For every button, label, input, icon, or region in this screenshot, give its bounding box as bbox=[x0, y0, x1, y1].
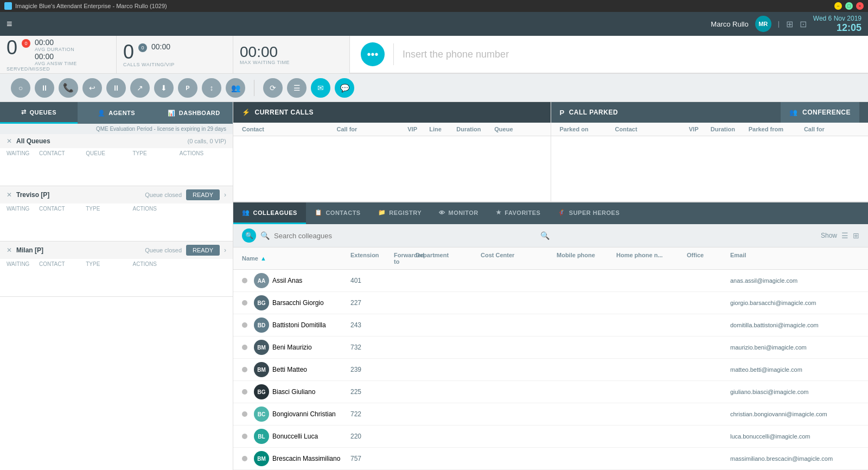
swap-button[interactable]: ↕ bbox=[202, 78, 221, 98]
search-active-button[interactable]: 🔍 bbox=[242, 228, 256, 243]
maximize-button[interactable]: □ bbox=[845, 2, 853, 10]
hamburger-menu[interactable]: ≡ bbox=[7, 18, 12, 30]
action-buttons-group1: ○ ⏸ 📞 ↩ ⏸ ↗ ⬇ P ↕ 👥 bbox=[11, 78, 245, 98]
queues-label: QUEUES bbox=[30, 109, 56, 116]
contacts-tab-label: CONTACTS bbox=[326, 209, 360, 216]
treviso-close[interactable]: ✕ bbox=[7, 191, 12, 199]
close-button[interactable]: × bbox=[856, 2, 864, 10]
pause-button[interactable]: ⏸ bbox=[35, 78, 54, 98]
col-header-office: Office bbox=[687, 252, 730, 265]
colleague-name: Bongiovanni Christian bbox=[272, 410, 336, 418]
colleague-ext: 220 bbox=[350, 433, 394, 440]
time-display: 12:05 bbox=[813, 22, 861, 34]
treviso-expand[interactable]: › bbox=[224, 191, 226, 199]
table-row[interactable]: BM Brescacin Massimiliano 757 massimilia… bbox=[233, 448, 868, 470]
table-row[interactable]: BC Bongiovanni Christian 722 christian.b… bbox=[233, 403, 868, 425]
colleagues-tab-icon: 👥 bbox=[242, 209, 250, 216]
top-nav: ≡ Marco Rullo MR | ⊞ ⊡ Wed 6 Nov 2019 12… bbox=[0, 12, 868, 36]
table-row[interactable]: BM Betti Matteo 239 matteo.betti@imagicl… bbox=[233, 359, 868, 381]
colleague-ext: 401 bbox=[350, 277, 394, 284]
list-view-button[interactable]: ☰ bbox=[841, 231, 848, 240]
conference-section-header[interactable]: 👥 CONFERENCE bbox=[781, 102, 859, 123]
record-button[interactable]: ○ bbox=[11, 78, 30, 98]
colleague-name: Biasci Giuliano bbox=[272, 388, 315, 396]
colleague-avatar: BM bbox=[254, 451, 269, 466]
milan-close[interactable]: ✕ bbox=[7, 246, 12, 254]
table-row[interactable]: BL Bonuccelli Luca 220 luca.bonuccelli@i… bbox=[233, 425, 868, 448]
colleague-ext: 225 bbox=[350, 388, 394, 396]
show-label: Show bbox=[821, 232, 837, 239]
status-dot bbox=[242, 389, 247, 395]
all-queues-close[interactable]: ✕ bbox=[7, 137, 12, 145]
stat-max-waiting: 00:00 MAX WAITING TIME bbox=[233, 36, 350, 73]
status-dot bbox=[242, 278, 247, 283]
colleague-name-cell: BM Brescacin Massimiliano bbox=[242, 451, 350, 466]
dialpad-button[interactable]: ••• bbox=[361, 42, 385, 66]
call-button[interactable]: 📞 bbox=[59, 78, 78, 98]
colleague-email: anas.assil@imagicle.com bbox=[730, 277, 763, 284]
table-row[interactable]: BG Barsacchi Giorgio 227 giorgio.barsacc… bbox=[233, 292, 868, 314]
tab-dashboard[interactable]: 📊 DASHBOARD bbox=[155, 102, 233, 124]
treviso-col-waiting: Waiting bbox=[7, 206, 39, 212]
th-callfor: Call for bbox=[336, 126, 407, 132]
th-queue: Queue bbox=[494, 126, 541, 132]
stat-badge-1: 0 bbox=[22, 39, 30, 48]
search-type-icon[interactable]: 🔍 bbox=[260, 231, 270, 240]
colleague-name-cell: BM Beni Maurizio bbox=[242, 340, 350, 355]
superheroes-tab-label: SUPER HEROES bbox=[569, 209, 620, 216]
colleague-email: massimiliano.brescacin@imagicle.com bbox=[730, 455, 763, 462]
colleague-avatar: AA bbox=[254, 273, 269, 288]
grid-icon[interactable]: ⊞ bbox=[786, 19, 793, 29]
minimize-button[interactable]: − bbox=[834, 2, 842, 10]
list-button[interactable]: ☰ bbox=[287, 78, 307, 98]
colleague-email: giuliano.biasci@imagicle.com bbox=[730, 389, 763, 395]
treviso-col-headers: Waiting Contact Type Actions bbox=[0, 204, 233, 214]
refresh-button[interactable]: ⟳ bbox=[263, 78, 283, 98]
table-row[interactable]: BD Battistoni Domitilla 243 domitilla.ba… bbox=[233, 314, 868, 336]
treviso-ready-button[interactable]: READY bbox=[186, 189, 220, 200]
status-dot bbox=[242, 411, 247, 417]
status-dot bbox=[242, 367, 247, 372]
tab-agents[interactable]: 👤 AGENTS bbox=[78, 102, 155, 124]
col-header-cost: Cost Center bbox=[481, 252, 557, 265]
tab-registry[interactable]: 📁 REGISTRY bbox=[369, 202, 430, 224]
phone-input[interactable]: Insert the phone number bbox=[403, 49, 857, 60]
pickup-button[interactable]: ⬇ bbox=[154, 78, 174, 98]
transfer-button[interactable]: ↩ bbox=[82, 78, 102, 98]
milan-expand[interactable]: › bbox=[224, 246, 226, 254]
phone-area: ••• Insert the phone number bbox=[350, 36, 868, 73]
tab-colleagues[interactable]: 👥 COLLEAGUES bbox=[233, 202, 306, 224]
hold-button[interactable]: ⏸ bbox=[106, 78, 126, 98]
colleague-avatar: BC bbox=[254, 407, 269, 422]
park-button[interactable]: P bbox=[178, 78, 197, 98]
redirect-button[interactable]: ↗ bbox=[130, 78, 150, 98]
col-type: Type bbox=[133, 150, 180, 156]
tab-super-heroes[interactable]: 🦸 SUPER HEROES bbox=[549, 202, 628, 224]
colleague-email: christian.bongiovanni@imagicle.com bbox=[730, 411, 763, 417]
tab-queues[interactable]: ⇄ QUEUES bbox=[0, 102, 78, 124]
avg-answ-label: AVG ANSW TIME bbox=[35, 61, 77, 66]
table-row[interactable]: BM Beni Maurizio 732 maurizio.beni@imagi… bbox=[233, 336, 868, 359]
agents-icon: 👤 bbox=[98, 110, 106, 117]
tab-favorites[interactable]: ★ FAVORITES bbox=[487, 202, 550, 224]
search-input[interactable] bbox=[274, 232, 536, 240]
tab-contacts[interactable]: 📋 CONTACTS bbox=[306, 202, 369, 224]
table-row[interactable]: AA Assil Anas 401 anas.assil@imagicle.co… bbox=[233, 270, 868, 292]
th-parked-contact: Contact bbox=[615, 126, 689, 132]
all-queues-name: All Queues bbox=[16, 137, 183, 145]
status-dot bbox=[242, 434, 247, 439]
milan-ready-button[interactable]: READY bbox=[186, 245, 220, 256]
layout-icon[interactable]: ⊡ bbox=[800, 19, 807, 29]
table-row[interactable]: BG Biasci Giuliano 225 giuliano.biasci@i… bbox=[233, 381, 868, 403]
colleague-name: Barsacchi Giorgio bbox=[272, 299, 324, 307]
current-calls-header: ⚡ CURRENT CALLS bbox=[233, 102, 551, 123]
grid-view-button[interactable]: ⊞ bbox=[853, 231, 859, 240]
chat-button[interactable]: 💬 bbox=[335, 78, 354, 98]
conference-action-button[interactable]: 👥 bbox=[226, 78, 245, 98]
colleague-ext: 227 bbox=[350, 299, 394, 307]
search-submit-icon[interactable]: 🔍 bbox=[540, 231, 550, 240]
col-header-name[interactable]: Name ▲ bbox=[242, 252, 350, 265]
colleague-name: Beni Maurizio bbox=[272, 344, 312, 351]
email-button[interactable]: ✉ bbox=[311, 78, 330, 98]
tab-monitor[interactable]: 👁 MONITOR bbox=[430, 202, 487, 224]
